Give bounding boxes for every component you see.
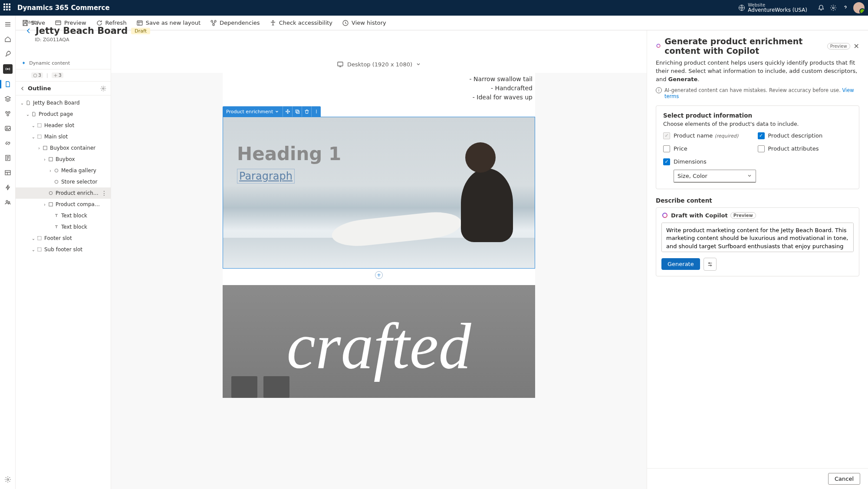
dimensions-value: Size, Color xyxy=(677,173,707,179)
notifications-icon[interactable] xyxy=(815,2,827,14)
settings-icon[interactable] xyxy=(827,2,839,14)
chk-product-description[interactable]: Product description xyxy=(758,132,852,139)
adjust-button[interactable] xyxy=(704,258,717,271)
product-enrichment-module[interactable]: Heading 1 Paragraph xyxy=(223,117,535,269)
tree-node[interactable]: ⌄Jetty Beach Board⋮ xyxy=(16,97,111,108)
rail-url-icon[interactable] xyxy=(3,139,12,148)
checkbox-icon[interactable] xyxy=(663,145,670,152)
svg-point-36 xyxy=(316,111,317,112)
tree-twisty-icon[interactable]: ⌄ xyxy=(30,236,36,241)
viewport-selector[interactable]: Desktop (1920 x 1080) xyxy=(111,56,647,73)
breadcrumb[interactable]: Pages xyxy=(25,19,638,25)
chk-product-name: Product name (required) xyxy=(663,132,758,139)
help-icon[interactable] xyxy=(839,2,852,14)
rail-settings-icon[interactable] xyxy=(3,475,12,484)
chk-dimensions[interactable]: Dimensions xyxy=(663,158,758,165)
dynamic-content-row[interactable]: ✦ Dynamic content xyxy=(16,57,111,69)
checkbox-icon[interactable] xyxy=(663,158,670,165)
tree-twisty-icon[interactable]: ⌄ xyxy=(30,135,36,139)
tree-twisty-icon[interactable]: ⌄ xyxy=(30,123,36,128)
tree-node[interactable]: ›Buybox⋮ xyxy=(16,154,111,165)
checkbox-icon xyxy=(663,132,670,139)
outline-label: Outline xyxy=(28,85,51,92)
rail-rocket-icon[interactable] xyxy=(3,49,12,58)
user-avatar[interactable] xyxy=(853,2,865,13)
outline-collapse-icon[interactable] xyxy=(20,86,25,91)
svg-point-11 xyxy=(8,112,10,113)
hero-paragraph[interactable]: Paragraph xyxy=(237,169,295,184)
rail-media-icon[interactable] xyxy=(3,124,12,133)
add-module-icon[interactable]: + xyxy=(375,271,383,279)
tree-node[interactable]: Text block⋮ xyxy=(16,210,111,221)
tree-twisty-icon[interactable]: ⌄ xyxy=(25,112,31,117)
tree-node[interactable]: ›Media gallery⋮ xyxy=(16,165,111,176)
module-move-icon[interactable] xyxy=(283,106,292,117)
rail-pages-icon[interactable] xyxy=(3,80,12,89)
svg-rect-23 xyxy=(38,135,41,138)
svg-rect-34 xyxy=(296,111,299,114)
tree-node-icon xyxy=(48,202,54,207)
outline-settings-icon[interactable] xyxy=(100,85,106,92)
tree-twisty-icon[interactable]: › xyxy=(42,202,48,207)
dimensions-select[interactable]: Size, Color xyxy=(674,170,756,183)
hero-heading[interactable]: Heading 1 xyxy=(237,143,341,164)
copilot-icon xyxy=(661,212,668,219)
feature-list: - Narrow swallow tail - Handcrafted - Id… xyxy=(223,73,535,107)
close-icon[interactable]: ✕ xyxy=(854,42,859,50)
module-tag[interactable]: Product enrichment xyxy=(223,109,283,115)
tree-node-label: Header slot xyxy=(44,122,101,128)
website-label: Website xyxy=(748,3,807,7)
chk-price[interactable]: Price xyxy=(663,145,758,152)
tree-twisty-icon[interactable]: › xyxy=(36,146,42,151)
tree-node[interactable]: ⌄Footer slot⋮ xyxy=(16,233,111,244)
tree-node[interactable]: Text block⋮ xyxy=(16,221,111,233)
rail-fragments-icon[interactable] xyxy=(3,109,12,118)
rail-home-icon[interactable] xyxy=(3,35,12,43)
generate-button[interactable]: Generate xyxy=(661,258,700,270)
svg-point-18 xyxy=(8,201,10,203)
tree-node[interactable]: ›Buybox container⋮ xyxy=(16,142,111,154)
tree-node-more-icon[interactable]: ⋮ xyxy=(101,190,107,197)
tree-node-label: Text block xyxy=(61,213,101,219)
checkbox-icon[interactable] xyxy=(758,132,765,139)
rail-templates-icon[interactable] xyxy=(3,154,12,162)
tree-node[interactable]: ›Product comparison bu...⋮ xyxy=(16,199,111,210)
tree-twisty-icon[interactable]: ⌄ xyxy=(19,101,25,105)
tree-node-label: Product page xyxy=(39,111,101,117)
tree-node[interactable]: Product enrichment⋮ xyxy=(16,187,111,199)
module-delete-icon[interactable] xyxy=(302,106,311,117)
tree-node[interactable]: ⌄Main slot⋮ xyxy=(16,131,111,142)
checkbox-icon[interactable] xyxy=(758,145,765,152)
rail-live-icon[interactable] xyxy=(3,64,13,74)
module-more-icon[interactable] xyxy=(311,106,321,117)
svg-rect-30 xyxy=(38,236,41,240)
rail-assets-icon[interactable] xyxy=(3,95,12,103)
status-badge: Draft xyxy=(131,28,150,34)
svg-point-19 xyxy=(7,479,9,480)
chevron-down-icon xyxy=(747,173,752,178)
tree-node[interactable]: ⌄Product page⋮ xyxy=(16,108,111,120)
website-picker[interactable]: Website AdventureWorks (USA) xyxy=(738,3,807,13)
draft-textarea[interactable] xyxy=(661,223,854,252)
rail-flash-icon[interactable] xyxy=(3,183,12,192)
rail-layouts-icon[interactable] xyxy=(3,168,12,177)
back-arrow-icon[interactable] xyxy=(25,27,32,34)
module-duplicate-icon[interactable] xyxy=(292,106,302,117)
tree-node[interactable]: Store selector⋮ xyxy=(16,176,111,187)
tree-twisty-icon[interactable]: › xyxy=(42,157,48,162)
crafted-banner[interactable]: crafted xyxy=(223,285,535,398)
chk-product-attributes[interactable]: Product attributes xyxy=(758,145,852,152)
tree-twisty-icon[interactable]: ⌄ xyxy=(30,247,36,252)
tree-twisty-icon[interactable]: › xyxy=(47,168,53,173)
svg-point-10 xyxy=(6,112,7,113)
tree-node[interactable]: ⌄Header slot⋮ xyxy=(16,120,111,131)
app-launcher-icon[interactable] xyxy=(3,3,12,12)
tree-node[interactable]: ⌄Sub footer slot⋮ xyxy=(16,244,111,255)
tree-node-label: Media gallery xyxy=(61,167,101,174)
website-value: AdventureWorks (USA) xyxy=(748,7,807,13)
copilot-panel: Generate product enrichment content with… xyxy=(647,30,868,489)
rail-audiences-icon[interactable] xyxy=(3,198,12,207)
cancel-button[interactable]: Cancel xyxy=(828,473,860,485)
rail-hamburger-icon[interactable] xyxy=(3,20,12,29)
crafted-text: crafted xyxy=(287,308,471,383)
